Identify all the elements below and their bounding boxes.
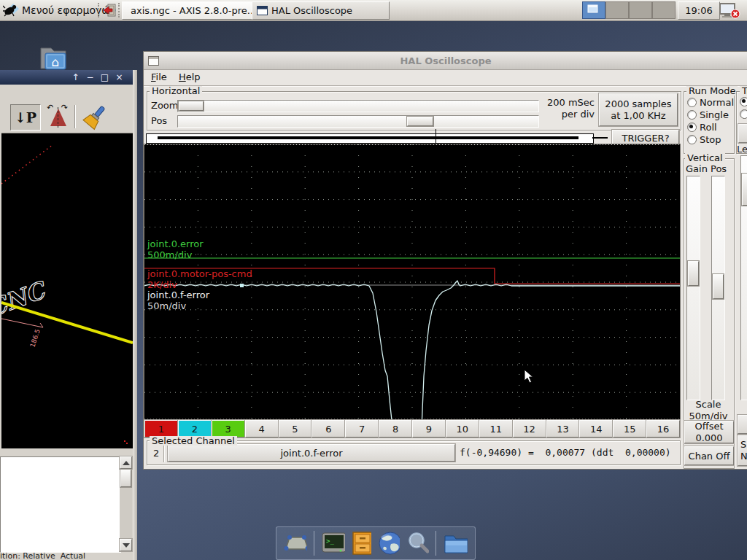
zoom-slider[interactable] bbox=[177, 100, 539, 112]
pos-slider[interactable] bbox=[177, 115, 539, 128]
gain-slider-handle[interactable] bbox=[688, 261, 699, 286]
scrollbar-thumb[interactable] bbox=[120, 470, 131, 487]
shade-button[interactable]: ↑ bbox=[71, 73, 80, 82]
gcode-preview[interactable]: CNC 186.5 bbox=[1, 133, 133, 448]
channel-button-7[interactable]: 7 bbox=[345, 420, 379, 438]
trigger-edge-button[interactable] bbox=[738, 124, 747, 143]
trigger-source-button[interactable]: S N bbox=[738, 435, 747, 466]
dock-separator bbox=[436, 531, 436, 556]
window-icon bbox=[257, 6, 268, 15]
applications-menu-label[interactable]: Μενού εφαρμογών bbox=[22, 4, 116, 16]
channel-button-16[interactable]: 16 bbox=[646, 420, 680, 438]
channel-source-button[interactable]: joint.0.f-error bbox=[168, 444, 455, 462]
radio-label: Roll bbox=[700, 122, 717, 133]
trigger-button[interactable]: TRIGGER? bbox=[612, 130, 679, 146]
maximize-button[interactable]: □ bbox=[100, 73, 109, 82]
trigger-radio[interactable] bbox=[740, 109, 747, 119]
workspace-pager[interactable] bbox=[582, 1, 676, 19]
samples-button[interactable]: 2000 samples at 1,00 KHz bbox=[599, 93, 678, 126]
time-per-div-value: 200 mSec bbox=[536, 97, 595, 109]
terminal-icon[interactable]: >_ bbox=[321, 532, 344, 555]
gain-slider[interactable] bbox=[686, 176, 700, 400]
samples-count: 2000 samples bbox=[605, 98, 671, 110]
workspace-1-active[interactable] bbox=[582, 1, 605, 19]
panel-grip bbox=[118, 3, 120, 18]
selected-channel-frame-label: Selected Channel bbox=[150, 436, 237, 446]
halscope-titlebar[interactable]: HAL Oscilloscope bbox=[144, 52, 747, 70]
channel-button-15[interactable]: 15 bbox=[613, 420, 646, 438]
trace-green-name: joint.0.error bbox=[147, 238, 204, 249]
taskbar-button-axis[interactable]: X axis.ngc - AXIS 2.8.0-pre... bbox=[122, 1, 260, 20]
window-title: HAL Oscilloscope bbox=[144, 55, 747, 66]
program-listbox[interactable] bbox=[0, 456, 121, 553]
gain-label: Gain bbox=[686, 163, 708, 174]
channel-button-8[interactable]: 8 bbox=[379, 420, 412, 438]
radio-label: Stop bbox=[700, 134, 721, 145]
record-progress-bar bbox=[146, 133, 594, 144]
show-desktop-icon[interactable] bbox=[284, 532, 307, 554]
workspace-2[interactable] bbox=[605, 1, 629, 19]
offset-button[interactable]: Offset 0.000 bbox=[684, 421, 734, 443]
vertical-pos-slider[interactable] bbox=[711, 176, 725, 400]
axis-titlebar[interactable]: ↑ − □ × bbox=[0, 70, 133, 85]
trigger-radio-selected[interactable] bbox=[740, 97, 747, 106]
channel-button-4[interactable]: 4 bbox=[245, 420, 279, 438]
chan-off-label: Chan Off bbox=[689, 451, 730, 462]
menu-file[interactable]: File bbox=[147, 69, 171, 85]
file-manager-icon[interactable] bbox=[443, 532, 468, 555]
clock[interactable]: 19:06 bbox=[678, 1, 720, 20]
search-icon[interactable] bbox=[406, 531, 429, 556]
selected-channel-number: 2 bbox=[153, 448, 159, 459]
probe-marker bbox=[240, 284, 244, 287]
level-slider-handle[interactable] bbox=[742, 174, 747, 206]
menu-help[interactable]: Help bbox=[174, 69, 205, 85]
workspace-3[interactable] bbox=[629, 1, 652, 19]
pos-slider-handle[interactable] bbox=[407, 117, 433, 126]
trace-white-name: joint.0.f-error bbox=[147, 289, 209, 300]
run-mode-option-stop[interactable]: Stop bbox=[687, 133, 734, 146]
svg-text:⌂: ⌂ bbox=[52, 55, 60, 69]
trigger-misc-button[interactable] bbox=[738, 415, 747, 434]
channel-button-12[interactable]: 12 bbox=[513, 420, 546, 438]
channel-button-11[interactable]: 11 bbox=[479, 420, 513, 438]
clock-text: 19:06 bbox=[685, 5, 712, 16]
channel-button-14[interactable]: 14 bbox=[579, 420, 613, 438]
web-browser-icon[interactable] bbox=[378, 531, 400, 556]
workspace-4[interactable] bbox=[652, 1, 676, 19]
axis-statusbar: ition: Relative Actual bbox=[0, 552, 133, 560]
scroll-up-button[interactable] bbox=[120, 456, 132, 469]
chan-off-button[interactable]: Chan Off bbox=[684, 446, 734, 465]
network-status-icon[interactable] bbox=[718, 2, 743, 19]
clear-plot-brush-icon[interactable] bbox=[80, 104, 109, 131]
run-mode-frame: NormalSingleRollStop bbox=[684, 91, 735, 154]
channel-button-13[interactable]: 13 bbox=[546, 420, 580, 438]
file-cabinet-icon[interactable] bbox=[352, 531, 371, 556]
channel-button-6[interactable]: 6 bbox=[311, 420, 345, 438]
trigger-button-label: TRIGGER? bbox=[622, 133, 669, 144]
scroll-down-button[interactable] bbox=[120, 539, 132, 551]
scope-display[interactable]: joint.0.error 500m/div joint.0.motor-pos… bbox=[144, 144, 680, 420]
run-mode-option-roll[interactable]: Roll bbox=[687, 121, 734, 133]
home-folder-icon[interactable]: ⌂ bbox=[35, 42, 71, 74]
zoom-slider-handle[interactable] bbox=[179, 101, 204, 111]
vertical-pos-slider-handle[interactable] bbox=[713, 274, 724, 299]
perspective-view-button[interactable]: ↓P bbox=[10, 104, 41, 131]
channel-button-9[interactable]: 9 bbox=[412, 420, 446, 438]
channel-button-5[interactable]: 5 bbox=[279, 420, 312, 438]
tool-cone-icon[interactable]: ↶ ↷ bbox=[47, 106, 71, 128]
run-mode-option-single[interactable]: Single bbox=[687, 109, 734, 121]
vertical-pos-label: Pos bbox=[711, 163, 727, 174]
zoom-label: Zoom bbox=[151, 100, 178, 111]
logout-icon[interactable] bbox=[103, 3, 117, 18]
taskbar-button-halscope[interactable]: HAL Oscilloscope bbox=[252, 1, 390, 20]
applications-menu-icon[interactable] bbox=[3, 2, 20, 18]
run-mode-frame-label: Run Mode bbox=[686, 86, 738, 96]
run-mode-option-normal[interactable]: Normal bbox=[687, 96, 734, 109]
level-slider[interactable] bbox=[740, 155, 747, 400]
close-button[interactable]: × bbox=[115, 73, 124, 82]
channel-button-10[interactable]: 10 bbox=[446, 420, 479, 438]
scrollbar[interactable] bbox=[120, 456, 132, 551]
axis-menubar bbox=[0, 85, 133, 103]
menubar-divider bbox=[144, 85, 747, 86]
minimize-button[interactable]: − bbox=[85, 73, 95, 82]
